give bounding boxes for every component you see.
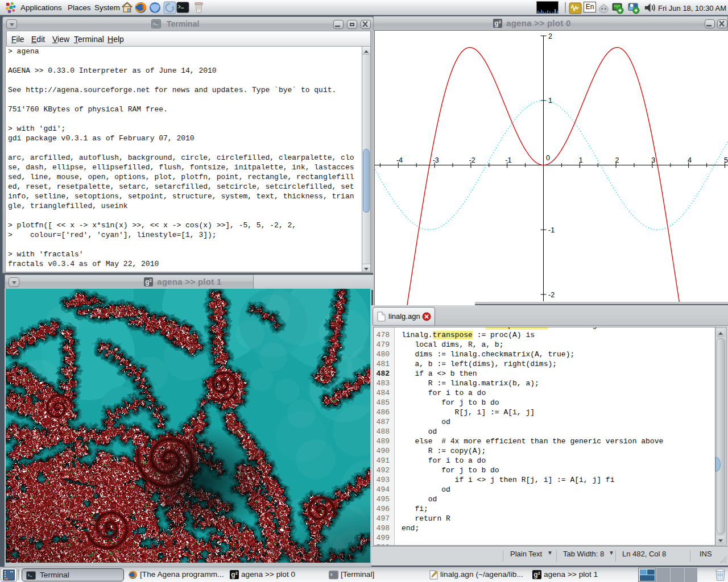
svg-text:-4: -4 <box>396 156 403 164</box>
svg-text:-2: -2 <box>548 291 555 299</box>
svg-text:-3: -3 <box>433 156 439 164</box>
svg-text:2: 2 <box>615 156 619 164</box>
svg-text:1: 1 <box>548 97 552 105</box>
svg-text:1: 1 <box>579 156 583 164</box>
svg-text:-2: -2 <box>469 156 475 164</box>
svg-text:3: 3 <box>651 156 655 164</box>
svg-text:5: 5 <box>724 156 728 164</box>
svg-text:2: 2 <box>548 32 552 40</box>
svg-text:0: 0 <box>546 154 550 162</box>
svg-text:4: 4 <box>688 156 692 164</box>
svg-text:-1: -1 <box>505 156 511 164</box>
svg-text:-1: -1 <box>548 226 555 234</box>
